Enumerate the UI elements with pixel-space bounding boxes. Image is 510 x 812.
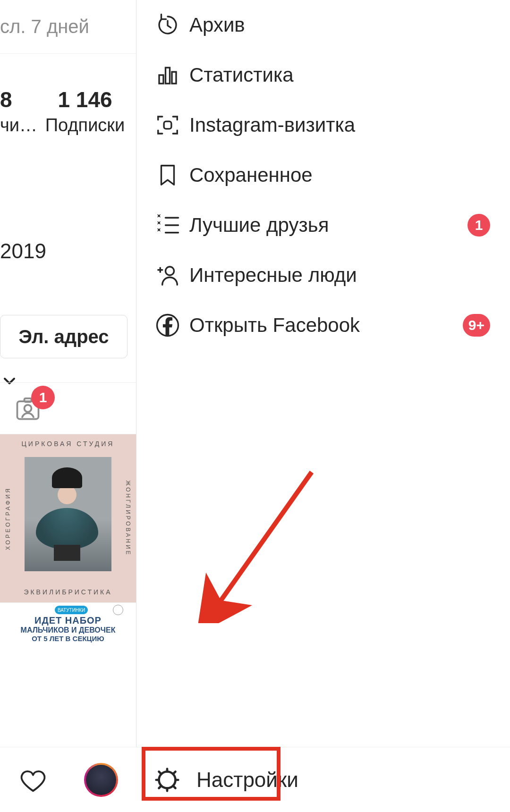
menu-item-saved[interactable]: Сохраненное — [136, 150, 510, 200]
post2-line1: ИДЕТ НАБОР — [0, 615, 136, 626]
svg-rect-5 — [172, 72, 176, 84]
post-thumbnail-1[interactable]: ЦИРКОВАЯ СТУДИЯ ХОРЕОГРАФИЯ ЖОНГЛИРОВАНИ… — [0, 434, 136, 602]
post1-figure — [29, 467, 105, 562]
svg-point-1 — [25, 405, 32, 412]
email-button[interactable]: Эл. адрес — [0, 315, 128, 358]
profile-grid-tabs: 1 — [0, 382, 136, 434]
email-button-label: Эл. адрес — [18, 326, 109, 347]
settings-label: Настройки — [196, 768, 298, 792]
post2-line3: ОТ 5 ЛЕТ В СЕКЦИЮ — [0, 634, 136, 643]
nametag-icon — [152, 112, 184, 138]
tagged-tab[interactable]: 1 — [13, 394, 42, 423]
svg-point-10 — [166, 267, 174, 275]
avatar-icon — [86, 765, 116, 795]
followers-stat[interactable]: 8 чи… — [0, 87, 38, 135]
post1-text-top: ЦИРКОВАЯ СТУДИЯ — [0, 440, 136, 448]
heart-icon — [18, 765, 48, 795]
close-friends-badge: 1 — [468, 214, 490, 237]
following-label: Подписки — [38, 115, 132, 135]
menu-label: Сохраненное — [189, 164, 510, 186]
drawer-menu: Архив Статистика Instagram-визитка — [136, 0, 510, 350]
archive-icon — [152, 12, 184, 38]
menu-item-archive[interactable]: Архив — [136, 0, 510, 50]
facebook-icon — [152, 313, 184, 338]
svg-rect-4 — [166, 68, 170, 84]
menu-label: Архив — [189, 14, 510, 36]
menu-label: Открыть Facebook — [189, 314, 463, 337]
nav-profile[interactable] — [84, 763, 118, 797]
followers-label: чи… — [0, 115, 38, 135]
menu-item-close-friends[interactable]: Лучшие друзья 1 — [136, 200, 510, 250]
svg-line-22 — [159, 786, 162, 788]
gear-icon — [151, 767, 183, 793]
tagged-badge: 1 — [31, 386, 55, 409]
svg-line-20 — [173, 786, 176, 788]
menu-label: Интересные люди — [189, 264, 510, 287]
post2-logos: ВАТУТИНКИ — [0, 605, 136, 615]
menu-item-open-facebook[interactable]: Открыть Facebook 9+ — [136, 300, 510, 350]
post1-text-bottom: ЭКВИЛИБРИСТИКА — [0, 588, 136, 596]
post2-line2: МАЛЬЧИКОВ И ДЕВОЧЕК — [0, 626, 136, 634]
bar-chart-icon — [152, 62, 184, 88]
story-ring — [84, 763, 118, 797]
insights-period[interactable]: сл. 7 дней — [0, 0, 136, 54]
svg-rect-6 — [164, 121, 171, 129]
facebook-badge: 9+ — [463, 314, 490, 337]
bookmark-icon — [152, 162, 184, 188]
menu-label: Instagram-визитка — [189, 114, 510, 136]
followers-count: 8 — [0, 87, 38, 112]
bottom-nav-left — [0, 747, 136, 812]
post2-badge: ВАТУТИНКИ — [55, 606, 88, 614]
post1-text-left: ХОРЕОГРАФИЯ — [5, 487, 11, 550]
menu-item-nametag[interactable]: Instagram-визитка — [136, 100, 510, 150]
post1-text-right: ЖОНГЛИРОВАНИЕ — [125, 480, 131, 556]
menu-label: Лучшие друзья — [189, 214, 468, 237]
menu-item-discover-people[interactable]: Интересные люди — [136, 250, 510, 300]
close-friends-icon — [152, 212, 184, 238]
nav-activity[interactable] — [18, 765, 48, 795]
post-thumbnail-2[interactable]: ВАТУТИНКИ ИДЕТ НАБОР МАЛЬЧИКОВ И ДЕВОЧЕК… — [0, 602, 136, 645]
following-stat[interactable]: 1 146 Подписки — [38, 87, 132, 135]
profile-stats: 8 чи… 1 146 Подписки — [0, 54, 136, 135]
menu-item-settings[interactable]: Настройки — [136, 747, 510, 812]
menu-item-insights[interactable]: Статистика — [136, 50, 510, 100]
svg-rect-3 — [159, 75, 163, 84]
following-count: 1 146 — [38, 87, 132, 112]
menu-label: Статистика — [189, 64, 510, 86]
add-person-icon — [152, 262, 184, 288]
svg-line-21 — [173, 771, 176, 774]
svg-rect-2 — [25, 398, 32, 402]
bio-year: 2019 — [0, 239, 136, 263]
svg-line-19 — [159, 771, 162, 774]
side-drawer: Архив Статистика Instagram-визитка — [136, 0, 510, 812]
